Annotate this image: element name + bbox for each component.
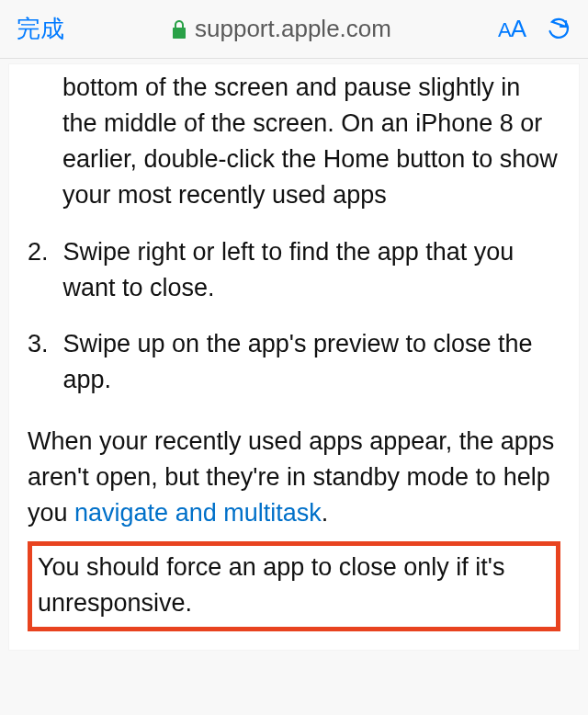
step-text: Swipe right or left to find the app that… <box>63 234 560 306</box>
highlighted-text: You should force an app to close only if… <box>38 553 504 617</box>
step-text: bottom of the screen and pause slightly … <box>62 70 560 214</box>
paragraph-text-2: . <box>322 499 329 527</box>
text-size-button[interactable]: AA <box>498 15 526 43</box>
page-content: bottom of the screen and pause slightly … <box>9 64 579 650</box>
step-number <box>28 70 48 214</box>
reload-button[interactable] <box>546 17 571 42</box>
address-bar[interactable]: support.apple.com <box>171 15 391 43</box>
step-2: 2. Swipe right or left to find the app t… <box>28 234 560 306</box>
text-size-big-a: A <box>511 15 526 42</box>
step-3: 3. Swipe up on the app's preview to clos… <box>28 326 560 398</box>
step-number: 3. <box>28 326 49 398</box>
done-button[interactable]: 完成 <box>17 13 64 45</box>
url-text: support.apple.com <box>195 15 391 43</box>
step-text: Swipe up on the app's preview to close t… <box>63 326 560 398</box>
info-paragraph: When your recently used apps appear, the… <box>28 424 560 531</box>
text-size-small-a: A <box>498 18 511 41</box>
step-1-continued: bottom of the screen and pause slightly … <box>28 70 560 214</box>
step-number: 2. <box>28 234 49 306</box>
toolbar-right-controls: AA <box>498 15 571 43</box>
browser-toolbar: 完成 support.apple.com AA <box>0 0 588 59</box>
lock-icon <box>171 19 187 40</box>
navigate-multitask-link[interactable]: navigate and multitask <box>74 499 322 527</box>
highlighted-callout: You should force an app to close only if… <box>28 541 560 631</box>
